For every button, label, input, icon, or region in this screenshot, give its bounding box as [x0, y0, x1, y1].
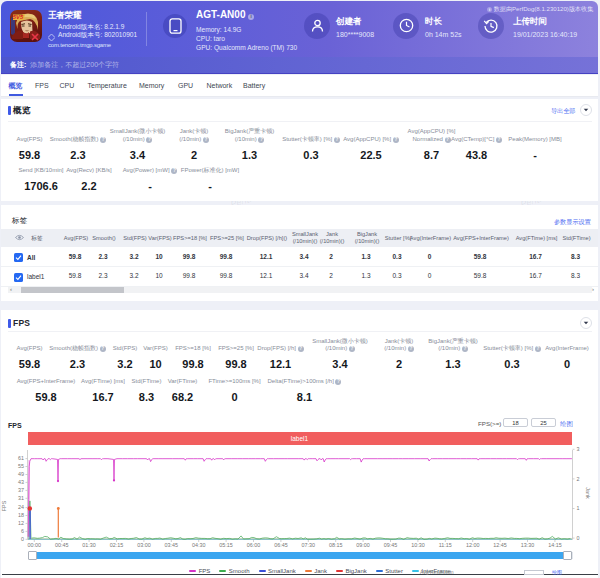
svg-text:07:30: 07:30 [302, 542, 316, 548]
svg-text:08:15: 08:15 [329, 542, 343, 548]
svg-text:02:15: 02:15 [110, 542, 124, 548]
svg-text:37: 37 [18, 487, 24, 493]
svg-text:13:30: 13:30 [521, 542, 535, 548]
svg-text:3: 3 [577, 446, 580, 452]
svg-text:00:00: 00:00 [28, 542, 42, 548]
svg-text:24: 24 [18, 504, 24, 510]
svg-text:61: 61 [18, 455, 24, 461]
svg-text:49: 49 [18, 471, 24, 477]
svg-text:Jank: Jank [585, 487, 591, 499]
svg-text:5V5: 5V5 [13, 14, 24, 20]
svg-text:18: 18 [18, 512, 24, 518]
svg-text:55: 55 [18, 463, 24, 469]
svg-text:04:30: 04:30 [192, 542, 206, 548]
svg-text:12:00: 12:00 [466, 542, 480, 548]
svg-text:06:45: 06:45 [274, 542, 288, 548]
svg-text:09:00: 09:00 [356, 542, 370, 548]
svg-text:11:15: 11:15 [439, 542, 452, 548]
svg-text:1: 1 [577, 505, 580, 511]
svg-text:03:45: 03:45 [165, 542, 179, 548]
svg-text:10:30: 10:30 [411, 542, 425, 548]
svg-text:00:45: 00:45 [55, 542, 69, 548]
svg-text:43: 43 [18, 479, 24, 485]
svg-text:05:15: 05:15 [219, 542, 233, 548]
svg-text:14:15: 14:15 [548, 542, 562, 548]
svg-text:0: 0 [21, 536, 24, 542]
svg-text:06:00: 06:00 [247, 542, 261, 548]
svg-text:31: 31 [18, 495, 24, 501]
svg-text:2: 2 [577, 476, 580, 482]
svg-text:09:45: 09:45 [384, 542, 398, 548]
svg-text:FPS: FPS [1, 500, 7, 511]
svg-text:0: 0 [577, 535, 580, 541]
svg-text:12:45: 12:45 [493, 542, 507, 548]
svg-text:03:00: 03:00 [137, 542, 151, 548]
svg-text:6: 6 [21, 528, 24, 534]
svg-text:12: 12 [18, 520, 24, 526]
svg-text:01:30: 01:30 [82, 542, 96, 548]
